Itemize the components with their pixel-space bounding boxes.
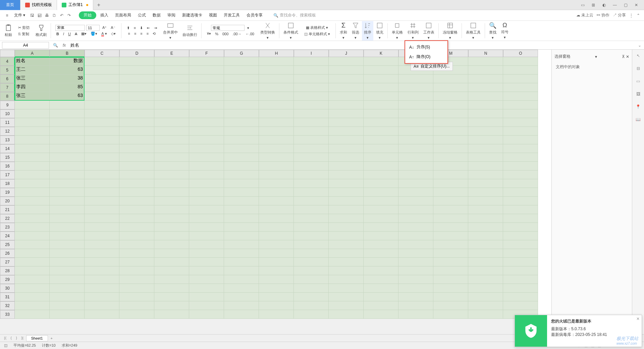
cell-H32[interactable] xyxy=(259,301,294,310)
sum-button[interactable]: Σ求和▾ xyxy=(338,21,349,41)
row-header-21[interactable]: 21 xyxy=(0,205,15,214)
cell-G31[interactable] xyxy=(224,293,259,301)
cell-B16[interactable] xyxy=(50,162,85,170)
cell-L14[interactable] xyxy=(398,144,433,153)
cell-K25[interactable] xyxy=(364,240,398,249)
cell-K26[interactable] xyxy=(364,249,398,258)
cell-D10[interactable] xyxy=(119,109,154,118)
cell-C33[interactable] xyxy=(85,310,119,319)
cell-B11[interactable] xyxy=(50,118,85,127)
strike-icon[interactable]: A xyxy=(73,31,78,37)
cell-A18[interactable] xyxy=(15,179,50,188)
cell-B17[interactable] xyxy=(50,170,85,179)
cell-N15[interactable] xyxy=(468,153,503,162)
cell-H29[interactable] xyxy=(259,275,294,284)
cell-I4[interactable] xyxy=(294,57,329,66)
cell-A30[interactable] xyxy=(15,284,50,293)
cell-D22[interactable] xyxy=(119,214,154,223)
cell-D9[interactable] xyxy=(119,101,154,109)
cell-I22[interactable] xyxy=(294,214,329,223)
cell-E20[interactable] xyxy=(154,197,189,205)
increase-font-icon[interactable]: A⁺ xyxy=(101,25,108,31)
cell-M10[interactable] xyxy=(433,109,468,118)
cell-G8[interactable] xyxy=(224,92,259,101)
cell-L32[interactable] xyxy=(398,301,433,310)
row-header-15[interactable]: 15 xyxy=(0,153,15,162)
cell-M14[interactable] xyxy=(433,144,468,153)
cell-K20[interactable] xyxy=(364,197,398,205)
menu-start[interactable]: 开始 xyxy=(79,11,96,19)
close-button[interactable]: ✕ xyxy=(631,1,641,9)
cell-K19[interactable] xyxy=(364,188,398,197)
cell-F9[interactable] xyxy=(189,101,224,109)
cell-C16[interactable] xyxy=(85,162,119,170)
cell-F7[interactable] xyxy=(189,83,224,92)
cell-E7[interactable] xyxy=(154,83,189,92)
cell-L19[interactable] xyxy=(398,188,433,197)
cell-J25[interactable] xyxy=(329,240,364,249)
cell-N8[interactable] xyxy=(468,92,503,101)
cell-F15[interactable] xyxy=(189,153,224,162)
cell-E24[interactable] xyxy=(154,232,189,240)
cell-F31[interactable] xyxy=(189,293,224,301)
cell-M29[interactable] xyxy=(433,275,468,284)
align-justify-icon[interactable]: ≡ xyxy=(145,31,150,36)
cell-H12[interactable] xyxy=(259,127,294,136)
align-right-icon[interactable]: ≡ xyxy=(139,31,144,36)
cell-G12[interactable] xyxy=(224,127,259,136)
cell-A20[interactable] xyxy=(15,197,50,205)
cell-K14[interactable] xyxy=(364,144,398,153)
row-header-22[interactable]: 22 xyxy=(0,214,15,223)
cell-K12[interactable] xyxy=(364,127,398,136)
cell-H27[interactable] xyxy=(259,258,294,266)
cell-N23[interactable] xyxy=(468,223,503,232)
cell-J21[interactable] xyxy=(329,205,364,214)
cell-C21[interactable] xyxy=(85,205,119,214)
cell-J6[interactable] xyxy=(329,74,364,83)
book-tool-icon[interactable]: 📖 xyxy=(635,116,642,123)
cell-L12[interactable] xyxy=(398,127,433,136)
cell-B19[interactable] xyxy=(50,188,85,197)
cell-D23[interactable] xyxy=(119,223,154,232)
cell-J26[interactable] xyxy=(329,249,364,258)
cell-N21[interactable] xyxy=(468,205,503,214)
cell-C24[interactable] xyxy=(85,232,119,240)
col-header-C[interactable]: C xyxy=(85,50,119,57)
cell-M24[interactable] xyxy=(433,232,468,240)
cell-F28[interactable] xyxy=(189,266,224,275)
filter-button[interactable]: 筛选▾ xyxy=(350,21,361,41)
row-header-33[interactable]: 33 xyxy=(0,310,15,319)
cell-G33[interactable] xyxy=(224,310,259,319)
cell-H8[interactable] xyxy=(259,92,294,101)
cell-N6[interactable] xyxy=(468,74,503,83)
decimal-dec-icon[interactable]: ←.00 xyxy=(244,31,256,37)
cell-A4[interactable]: 姓名 xyxy=(15,57,50,66)
cell-K17[interactable] xyxy=(364,170,398,179)
cell-H9[interactable] xyxy=(259,101,294,109)
decrease-font-icon[interactable]: A⁻ xyxy=(109,25,116,31)
cell-F24[interactable] xyxy=(189,232,224,240)
cell-G15[interactable] xyxy=(224,153,259,162)
search-fx-icon[interactable]: 🔍 xyxy=(51,43,60,48)
cell-H14[interactable] xyxy=(259,144,294,153)
cell-D30[interactable] xyxy=(119,284,154,293)
cell-J15[interactable] xyxy=(329,153,364,162)
type-convert-button[interactable]: 类型转换▾ xyxy=(258,21,277,41)
cell-O20[interactable] xyxy=(503,197,538,205)
outline-tool-icon[interactable]: ⊟ xyxy=(635,65,642,72)
fill-button[interactable]: 填充▾ xyxy=(374,21,385,41)
cell-O18[interactable] xyxy=(503,179,538,188)
cell-G9[interactable] xyxy=(224,101,259,109)
cell-O19[interactable] xyxy=(503,188,538,197)
cell-F21[interactable] xyxy=(189,205,224,214)
formula-input[interactable]: 姓名 xyxy=(68,42,635,49)
panel-close-icon[interactable]: ✕ xyxy=(626,54,629,59)
row-header-13[interactable]: 13 xyxy=(0,136,15,144)
cell-C22[interactable] xyxy=(85,214,119,223)
col-header-O[interactable]: O xyxy=(503,50,538,57)
cell-L21[interactable] xyxy=(398,205,433,214)
cell-M25[interactable] xyxy=(433,240,468,249)
menu-view[interactable]: 视图 xyxy=(206,11,220,19)
row-header-23[interactable]: 23 xyxy=(0,223,15,232)
cell-M8[interactable] xyxy=(433,92,468,101)
